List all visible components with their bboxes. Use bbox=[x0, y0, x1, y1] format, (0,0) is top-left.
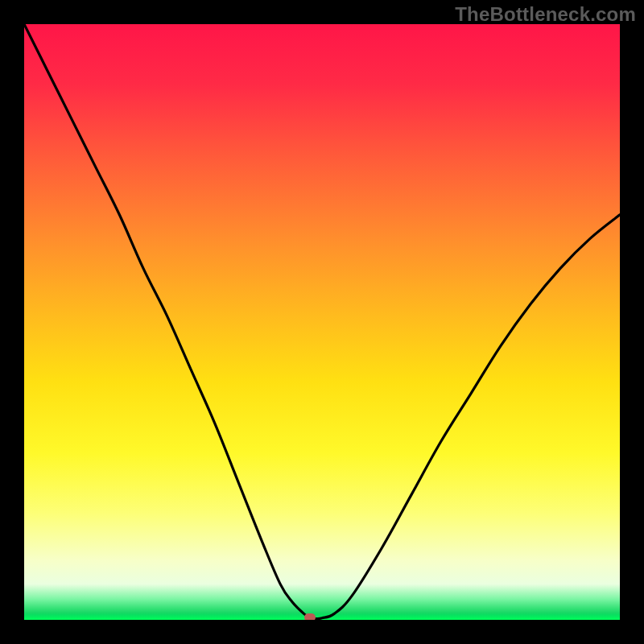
plot-area bbox=[24, 24, 620, 620]
curve-svg bbox=[24, 24, 620, 620]
chart-frame: TheBottleneck.com bbox=[0, 0, 644, 644]
minimum-marker bbox=[304, 613, 316, 620]
bottleneck-curve bbox=[24, 24, 620, 619]
watermark-text: TheBottleneck.com bbox=[455, 3, 636, 26]
